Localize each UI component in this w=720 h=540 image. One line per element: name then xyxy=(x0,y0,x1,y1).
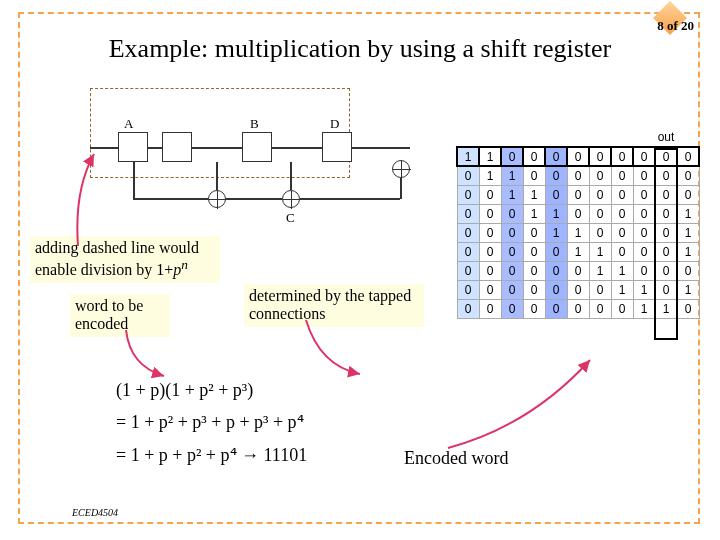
table-row: 00000000110 xyxy=(457,299,699,318)
table-row: 01100000000 xyxy=(457,166,699,185)
callout-word-to-encode: word to be encoded xyxy=(70,294,170,337)
label-d: D xyxy=(330,116,339,132)
table-row: 11000000000 xyxy=(457,147,699,166)
register-a xyxy=(118,132,148,162)
callout-encoded-word: Encoded word xyxy=(404,448,508,469)
table-row: 00110000000 xyxy=(457,185,699,204)
equation-line-1: (1 + p)(1 + p² + p³) xyxy=(116,374,307,406)
table-row: 00011000001 xyxy=(457,204,699,223)
xor-gate-out xyxy=(392,160,410,178)
slide-title: Example: multiplication by using a shift… xyxy=(0,34,720,64)
table-header-out: out xyxy=(655,128,677,147)
label-a: A xyxy=(124,116,133,132)
label-b: B xyxy=(250,116,259,132)
table-row: 00000001101 xyxy=(457,280,699,299)
register-after-a xyxy=(162,132,192,162)
register-b xyxy=(242,132,272,162)
equation-line-3: = 1 + p + p² + p⁴ → 11101 xyxy=(116,439,307,471)
table-row: 00001100001 xyxy=(457,223,699,242)
xor-gate-c xyxy=(282,190,300,208)
course-code: ECED4504 xyxy=(72,507,118,518)
label-c: C xyxy=(286,210,295,226)
equation-block: (1 + p)(1 + p² + p³) = 1 + p² + p³ + p +… xyxy=(116,374,307,471)
equation-line-2: = 1 + p² + p³ + p + p³ + p⁴ xyxy=(116,406,307,438)
callout-tapped: determined by the tapped connections xyxy=(244,284,424,327)
shift-register-diagram: A B D C xyxy=(90,88,420,218)
shift-register-table: out 110000000000110000000000110000000000… xyxy=(456,128,700,319)
table-row: 00000011000 xyxy=(457,261,699,280)
register-d xyxy=(322,132,352,162)
xor-gate-1 xyxy=(208,190,226,208)
page-counter: 8 of 20 xyxy=(657,18,694,34)
table-row: 00000110001 xyxy=(457,242,699,261)
callout-dashed-division: adding dashed line wouldenable division … xyxy=(30,236,220,283)
